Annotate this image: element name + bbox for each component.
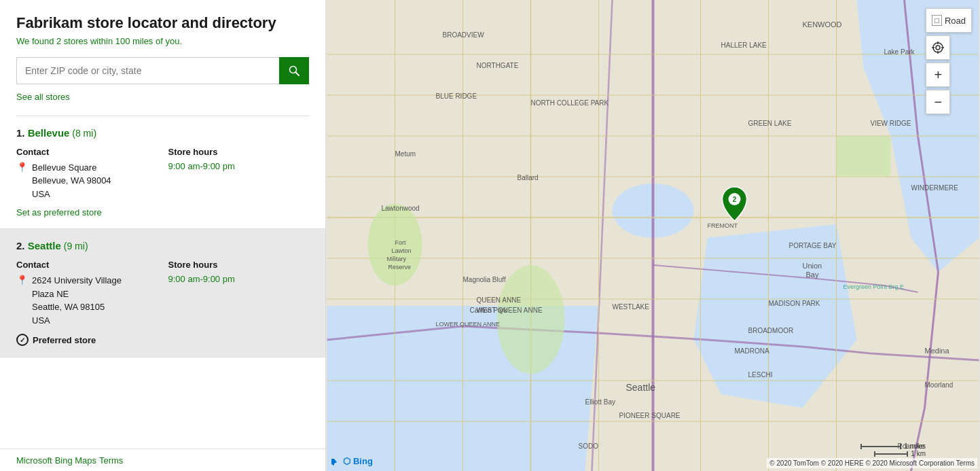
check-circle-icon: ✓	[16, 334, 29, 346]
footer-microsoft-link[interactable]: Microsoft	[16, 455, 52, 466]
svg-text:Ballard: Ballard	[518, 174, 539, 181]
svg-text:Metum: Metum	[395, 150, 416, 158]
scale-bar: 1 miles 1 km	[860, 442, 926, 457]
svg-text:MADRONA: MADRONA	[735, 347, 769, 355]
svg-text:FREMONT: FREMONT	[708, 222, 738, 229]
bing-icon	[330, 457, 340, 467]
map-controls: □ Road + −	[926, 8, 972, 114]
svg-text:Military: Military	[387, 256, 407, 262]
address-row-2: 📍 2624 University VillagePlaza NESeattle…	[16, 274, 158, 327]
svg-rect-95	[907, 451, 908, 457]
pin-icon-1: 📍	[16, 162, 28, 173]
svg-point-84	[933, 43, 943, 52]
svg-text:KENWOOD: KENWOOD	[803, 20, 842, 29]
svg-text:Seattle: Seattle	[626, 382, 656, 393]
scale-km: 1 km	[874, 450, 926, 457]
pin-icon-2: 📍	[16, 275, 28, 285]
svg-line-1	[296, 72, 300, 75]
page-title: Fabrikam store locator and directory	[16, 14, 309, 33]
search-button[interactable]	[279, 57, 309, 84]
svg-text:SODO: SODO	[579, 442, 599, 450]
svg-text:PIONEER SQUARE: PIONEER SQUARE	[619, 412, 680, 419]
svg-text:GREEN LAKE: GREEN LAKE	[748, 120, 792, 127]
set-preferred-link-1[interactable]: Set as preferred store	[16, 207, 102, 217]
hours-text-1: 9:00 am-9:00 pm	[168, 161, 310, 171]
left-panel: Fabrikam store locator and directory We …	[0, 0, 326, 471]
svg-marker-96	[331, 459, 337, 466]
svg-text:Magnolia Bluff: Magnolia Bluff	[463, 276, 506, 283]
svg-rect-90	[860, 446, 901, 447]
svg-text:Reserve: Reserve	[388, 264, 412, 271]
subtitle: We found 2 stores within 100 miles of yo…	[16, 36, 309, 46]
hours-col-1: Store hours 9:00 am-9:00 pm	[168, 147, 310, 201]
svg-rect-93	[874, 453, 908, 455]
svg-text:Bay: Bay	[806, 271, 819, 279]
svg-text:Union: Union	[803, 262, 822, 270]
preferred-badge: ✓ Preferred store	[16, 334, 309, 346]
svg-rect-91	[860, 444, 862, 449]
svg-text:Fort: Fort	[395, 239, 407, 246]
store-number-2: 2.	[16, 240, 28, 251]
scale-miles-label: 1 miles	[904, 442, 926, 450]
store-card-2: 2. Seattle (9 mi) Contact 📍 2624 Univers…	[0, 229, 325, 357]
svg-text:PORTAGE BAY: PORTAGE BAY	[789, 242, 837, 249]
svg-text:NORTH COLLEGE PARK: NORTH COLLEGE PARK	[531, 99, 609, 107]
svg-rect-29	[837, 136, 891, 177]
svg-rect-94	[874, 451, 875, 457]
svg-text:2: 2	[733, 196, 737, 203]
bing-logo: ⬡ Bing	[330, 456, 373, 467]
map-container: KENWOOD BROADVIEW HALLER LAKE Lake Park …	[326, 0, 980, 471]
main-container: Fabrikam store locator and directory We …	[0, 0, 980, 471]
svg-text:WESTLAKE: WESTLAKE	[613, 303, 650, 311]
search-row	[16, 57, 309, 84]
store-heading-1: 1. Bellevue (8 mi)	[16, 127, 309, 139]
scale-km-label: 1 km	[911, 450, 926, 457]
svg-text:MADISON PARK: MADISON PARK	[769, 300, 820, 307]
contact-label-1: Contact	[16, 147, 158, 157]
store-info-1: Contact 📍 Bellevue SquareBellevue, WA 98…	[16, 147, 309, 201]
store-distance-2: (9 mi)	[61, 241, 88, 251]
store-name-1: Bellevue	[28, 127, 70, 139]
svg-text:BROADMOOR: BROADMOOR	[748, 327, 794, 334]
svg-text:QUEEN ANNE: QUEEN ANNE	[477, 296, 522, 304]
svg-point-27	[497, 265, 565, 374]
hours-col-2: Store hours 9:00 am-9:00 pm	[168, 260, 310, 327]
footer-bing-maps-link[interactable]: Bing Maps	[55, 455, 96, 466]
footer: Microsoft Bing Maps Terms	[0, 449, 325, 471]
store-number-1: 1.	[16, 127, 28, 139]
scale-miles-bar	[860, 444, 901, 449]
store-heading-2: 2. Seattle (9 mi)	[16, 240, 309, 251]
store-info-2: Contact 📍 2624 University VillagePlaza N…	[16, 260, 309, 327]
see-all-link[interactable]: See all stores	[16, 92, 70, 102]
contact-label-2: Contact	[16, 260, 158, 270]
svg-text:Lake Park: Lake Park	[884, 48, 915, 56]
svg-text:Carlton Park: Carlton Park	[470, 307, 509, 314]
svg-text:Lawton: Lawton	[392, 247, 412, 254]
svg-text:Moorland: Moorland	[925, 381, 954, 389]
store-card-1: 1. Bellevue (8 mi) Contact 📍 Bellevue Sq…	[0, 116, 325, 230]
contact-col-1: Contact 📍 Bellevue SquareBellevue, WA 98…	[16, 147, 158, 201]
svg-text:Medina: Medina	[925, 347, 950, 355]
footer-terms-link[interactable]: Terms	[99, 455, 123, 466]
address-row-1: 📍 Bellevue SquareBellevue, WA 98004USA	[16, 161, 158, 201]
svg-text:Lawtonwood: Lawtonwood	[382, 205, 420, 212]
svg-text:Elliott Bay: Elliott Bay	[585, 398, 615, 406]
zoom-out-button[interactable]: −	[926, 90, 950, 114]
zoom-in-button[interactable]: +	[926, 63, 950, 87]
locate-me-button[interactable]	[926, 35, 950, 60]
road-view-button[interactable]: □ Road	[926, 8, 972, 33]
search-input[interactable]	[16, 57, 279, 84]
address-text-2: 2624 University VillagePlaza NESeattle, …	[32, 274, 122, 327]
svg-text:BLUE RIDGE: BLUE RIDGE	[436, 92, 477, 100]
svg-text:Evergreen Point Brg E: Evergreen Point Brg E	[843, 283, 905, 290]
zoom-in-icon: +	[934, 68, 942, 82]
scale-km-bar	[874, 451, 908, 457]
svg-text:LESCHI: LESCHI	[748, 371, 773, 379]
scale-miles: 1 miles	[860, 442, 926, 450]
preferred-label: Preferred store	[33, 335, 96, 345]
svg-text:HALLER LAKE: HALLER LAKE	[721, 41, 767, 49]
search-icon	[289, 65, 300, 76]
hours-label-2: Store hours	[168, 260, 310, 270]
store-name-2: Seattle	[28, 240, 61, 251]
contact-col-2: Contact 📍 2624 University VillagePlaza N…	[16, 260, 158, 327]
